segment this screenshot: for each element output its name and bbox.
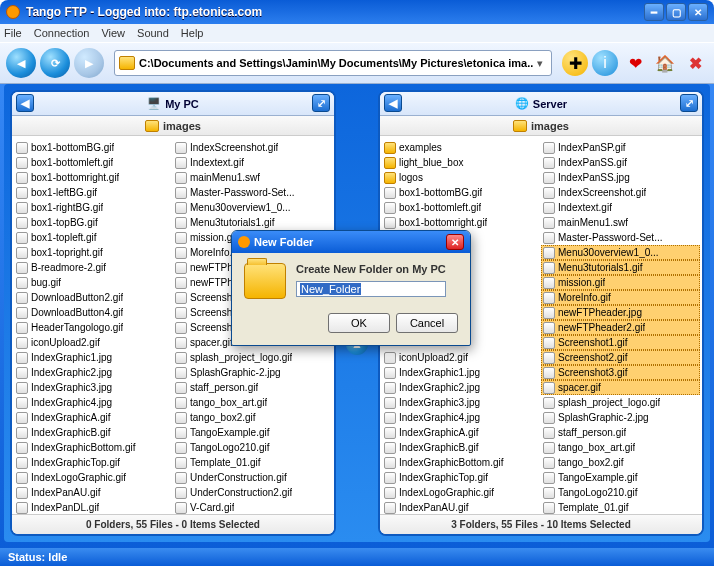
dialog-title: New Folder [254, 236, 446, 248]
cancel-button[interactable]: Cancel [396, 313, 458, 333]
dialog-close-button[interactable]: ✕ [446, 234, 464, 250]
dialog-message: Create New Folder on My PC [296, 263, 446, 275]
big-folder-icon [244, 263, 286, 299]
app-window: Tango FTP - Logged into: ftp.etonica.com… [0, 0, 714, 566]
folder-name-input[interactable]: New_Folder [296, 281, 446, 297]
dialog-body: Create New Folder on My PC New_Folder OK… [232, 253, 470, 345]
new-folder-dialog: New Folder ✕ Create New Folder on My PC … [231, 230, 471, 346]
dialog-icon [238, 236, 250, 248]
dialog-titlebar[interactable]: New Folder ✕ [232, 231, 470, 253]
ok-button[interactable]: OK [328, 313, 390, 333]
modal-overlay: New Folder ✕ Create New Folder on My PC … [0, 0, 714, 566]
